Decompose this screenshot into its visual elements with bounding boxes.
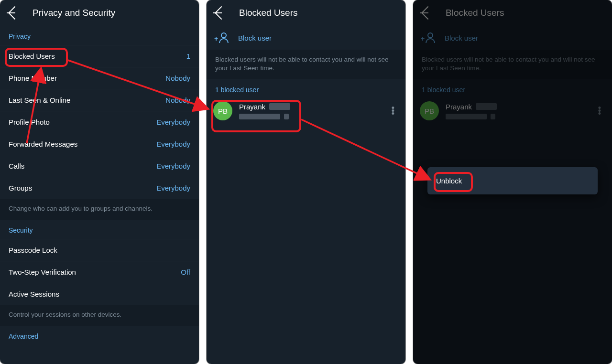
block-user-label: Block user xyxy=(238,34,272,42)
add-person-icon: + xyxy=(421,32,434,43)
item-value: Off xyxy=(181,268,190,276)
block-user-row[interactable]: + Block user xyxy=(207,26,405,50)
item-label: Passcode Lock xyxy=(9,246,57,254)
header: Blocked Users xyxy=(207,0,405,26)
redacted-text xyxy=(239,114,280,119)
security-note: Control your sessions on other devices. xyxy=(0,305,199,326)
header: Privacy and Security xyxy=(0,0,199,26)
item-two-step[interactable]: Two-Step Verification Off xyxy=(0,261,199,283)
item-value: Everybody xyxy=(156,118,190,126)
item-value: Nobody xyxy=(165,74,190,82)
avatar: PB xyxy=(213,101,232,120)
redacted-text xyxy=(284,114,289,119)
panel-blocked-users-menu: Blocked Users + Block user Blocked users… xyxy=(413,0,612,364)
item-value: Everybody xyxy=(156,162,190,170)
item-label: Groups xyxy=(9,184,32,192)
user-name: Prayank xyxy=(239,103,265,111)
user-info: Prayank xyxy=(239,103,381,119)
item-label: Active Sessions xyxy=(9,290,59,298)
item-blocked-users[interactable]: Blocked Users 1 xyxy=(0,45,199,67)
back-button[interactable] xyxy=(210,3,230,22)
item-value: 1 xyxy=(186,52,190,60)
redacted-text xyxy=(476,103,497,110)
block-user-label: Block user xyxy=(445,34,478,42)
item-label: Forwarded Messages xyxy=(9,140,77,148)
item-calls[interactable]: Calls Everybody xyxy=(0,155,199,177)
item-value: Everybody xyxy=(156,140,190,148)
item-passcode-lock[interactable]: Passcode Lock xyxy=(0,239,199,261)
item-value: Everybody xyxy=(156,184,190,192)
item-label: Blocked Users xyxy=(9,52,55,60)
block-user-row[interactable]: + Block user xyxy=(413,26,612,50)
item-profile-photo[interactable]: Profile Photo Everybody xyxy=(0,111,199,133)
more-options-icon[interactable]: ••• xyxy=(387,107,399,115)
item-label: Last Seen & Online xyxy=(9,96,70,104)
blocked-count: 1 blocked user xyxy=(207,79,405,97)
blocked-user-row[interactable]: PB Prayank ••• xyxy=(207,97,405,125)
item-label: Phone Number xyxy=(9,74,57,82)
menu-item-unblock[interactable]: Unblock xyxy=(427,170,598,192)
panel-blocked-users: Blocked Users + Block user Blocked users… xyxy=(207,0,405,364)
item-last-seen[interactable]: Last Seen & Online Nobody xyxy=(0,89,199,111)
item-label: Profile Photo xyxy=(9,118,50,126)
context-menu: Unblock xyxy=(427,167,598,194)
page-title: Privacy and Security xyxy=(33,8,115,18)
item-label: Two-Step Verification xyxy=(9,268,76,276)
item-forwarded-messages[interactable]: Forwarded Messages Everybody xyxy=(0,133,199,155)
section-header-privacy: Privacy xyxy=(0,26,199,45)
user-name: Prayank xyxy=(446,103,472,111)
item-value: Nobody xyxy=(165,96,190,104)
privacy-note: Change who can add you to groups and cha… xyxy=(0,199,199,220)
back-button[interactable] xyxy=(417,3,436,22)
section-header-advanced: Advanced xyxy=(0,326,199,347)
item-label: Calls xyxy=(9,162,24,170)
blocked-info: Blocked users will not be able to contac… xyxy=(207,50,405,79)
back-button[interactable] xyxy=(4,3,23,22)
item-phone-number[interactable]: Phone Number Nobody xyxy=(0,67,199,89)
page-title: Blocked Users xyxy=(239,8,298,18)
redacted-text xyxy=(446,114,487,119)
item-active-sessions[interactable]: Active Sessions xyxy=(0,283,199,305)
page-title: Blocked Users xyxy=(446,8,504,18)
item-groups[interactable]: Groups Everybody xyxy=(0,177,199,199)
blocked-info: Blocked users will not be able to contac… xyxy=(413,50,612,79)
user-info: Prayank xyxy=(446,103,587,119)
avatar: PB xyxy=(420,101,439,120)
section-header-security: Security xyxy=(0,220,199,239)
redacted-text xyxy=(491,114,495,119)
more-options-icon[interactable]: ••• xyxy=(594,107,605,115)
blocked-user-row[interactable]: PB Prayank ••• xyxy=(413,97,612,125)
blocked-count: 1 blocked user xyxy=(413,79,612,97)
redacted-text xyxy=(269,103,290,110)
header: Blocked Users xyxy=(413,0,612,26)
panel-privacy-security: Privacy and Security Privacy Blocked Use… xyxy=(0,0,199,364)
add-person-icon: + xyxy=(214,32,228,43)
